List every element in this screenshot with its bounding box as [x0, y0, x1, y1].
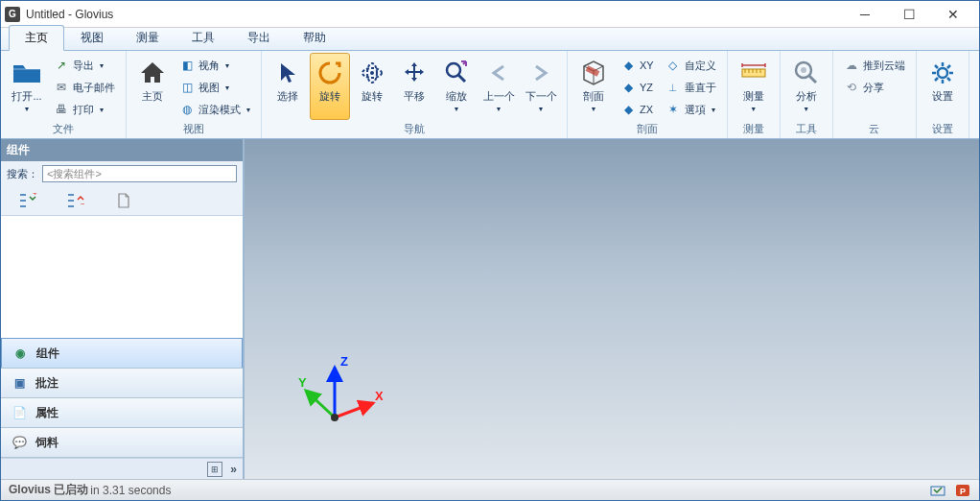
prev-icon: [483, 58, 514, 88]
tree-toolbar: + −: [1, 186, 243, 215]
custom-icon: ◇: [665, 58, 681, 73]
menu-bar: 主页视图测量工具导出帮助: [1, 28, 979, 51]
push-cloud-icon: ☁: [844, 58, 859, 73]
pan-icon: [399, 58, 430, 88]
section-icon: [578, 58, 609, 88]
nav-tab-properties[interactable]: 📄属性: [1, 397, 243, 428]
section-button[interactable]: 剖面▼: [573, 53, 614, 120]
view-angle-button[interactable]: ◧视角: [175, 55, 255, 76]
nav-tab-annotations[interactable]: ▣批注: [1, 368, 243, 398]
nav-tab-components[interactable]: ◉组件: [1, 338, 243, 369]
measure-label: 测量▼: [743, 90, 764, 115]
home-button[interactable]: 主页: [132, 53, 173, 120]
open-button[interactable]: 打开...▼: [7, 53, 47, 120]
export-icon: ↗: [54, 58, 69, 73]
print-button[interactable]: 🖶打印: [49, 99, 120, 120]
group-label-2: 导航: [404, 122, 425, 138]
document-icon[interactable]: [114, 192, 133, 209]
ribbon-group-4: 测量▼测量: [728, 51, 781, 138]
ribbon-group-2: 选择旋转旋转平移缩放▼上一个▼下一个▼导航: [262, 51, 568, 138]
menu-tab-4[interactable]: 导出: [231, 25, 287, 50]
group-label-6: 云: [869, 122, 879, 138]
minimize-button[interactable]: ─: [843, 1, 887, 28]
xy-button[interactable]: ◆XY: [616, 55, 659, 76]
yz-label: YZ: [640, 82, 653, 93]
menu-tab-2[interactable]: 测量: [120, 25, 175, 50]
zx-label: ZX: [640, 104, 653, 115]
select-icon: [272, 58, 303, 88]
section-label: 剖面▼: [583, 90, 604, 115]
svg-text:Z: Z: [340, 354, 348, 369]
spin-label: 旋转: [319, 90, 340, 102]
perp-button[interactable]: ⟂垂直于: [661, 77, 721, 98]
print-icon: 🖶: [54, 102, 69, 117]
search-input[interactable]: [42, 165, 237, 182]
spin-icon: [315, 58, 345, 88]
group-label-3: 剖面: [637, 122, 658, 138]
select-button[interactable]: 选择: [268, 53, 308, 120]
share-label: 分享: [863, 81, 884, 95]
expand-all-icon[interactable]: +: [18, 192, 37, 209]
measure-icon: [738, 58, 769, 88]
pan-label: 平移: [404, 90, 425, 102]
svg-text:−: −: [81, 200, 85, 208]
viewport-3d[interactable]: Z X Y: [245, 139, 979, 479]
panel-header: 组件: [1, 139, 243, 161]
next-button[interactable]: 下一个▼: [521, 53, 561, 120]
share-icon: ⟲: [844, 80, 859, 95]
zx-button[interactable]: ◆ZX: [616, 99, 659, 120]
footer-config-icon[interactable]: ⊞: [207, 462, 222, 477]
perp-icon: ⟂: [665, 80, 681, 95]
axis-triad: Z X Y: [296, 350, 383, 437]
menu-tab-1[interactable]: 视图: [64, 25, 120, 50]
open-label: 打开...▼: [12, 90, 41, 115]
next-icon: [525, 58, 556, 88]
svg-text:P: P: [960, 487, 966, 496]
close-button[interactable]: ✕: [931, 1, 975, 28]
search-label: 搜索：: [7, 167, 38, 181]
views-button[interactable]: ◫视图: [175, 77, 255, 98]
print-label: 打印: [73, 103, 94, 117]
maximize-button[interactable]: ☐: [887, 1, 931, 28]
annotations-label: 批注: [35, 375, 58, 392]
email-icon: ✉: [54, 80, 69, 95]
ribbon-group-7: 设置设置: [917, 51, 969, 138]
analyze-icon: [791, 58, 822, 88]
analyze-button[interactable]: 分析▼: [786, 53, 827, 120]
push-cloud-button[interactable]: ☁推到云端: [839, 55, 910, 76]
next-label: 下一个▼: [525, 90, 557, 115]
zoom-button[interactable]: 缩放▼: [436, 53, 477, 120]
menu-tab-5[interactable]: 帮助: [287, 25, 342, 50]
ribbon-group-5: 分析▼工具: [781, 51, 833, 138]
pan-button[interactable]: 平移: [394, 53, 434, 120]
prev-button[interactable]: 上一个▼: [478, 53, 519, 120]
menu-tab-3[interactable]: 工具: [175, 25, 231, 50]
view-angle-label: 视角: [198, 59, 220, 73]
ribbon-group-0: 打开...▼↗导出✉电子邮件🖶打印文件: [1, 51, 127, 138]
settings-button[interactable]: 设置: [922, 53, 963, 120]
svg-point-7: [938, 68, 947, 78]
status-icon-1[interactable]: [929, 483, 946, 498]
collapse-all-icon[interactable]: −: [66, 192, 85, 209]
email-button[interactable]: ✉电子邮件: [49, 77, 120, 98]
nav-tab-feed[interactable]: 💬饲料: [1, 427, 243, 458]
home-icon: [137, 58, 168, 88]
custom-button[interactable]: ◇自定义: [661, 55, 721, 76]
yz-button[interactable]: ◆YZ: [616, 77, 659, 98]
share-button[interactable]: ⟲分享: [839, 77, 910, 98]
sec-opt-icon: ✶: [665, 102, 681, 117]
render-mode-button[interactable]: ◍渲染模式: [175, 99, 255, 120]
rotate-icon: [357, 58, 387, 88]
export-button[interactable]: ↗导出: [49, 55, 120, 76]
components-label: 组件: [36, 346, 59, 362]
menu-tab-0[interactable]: 主页: [9, 25, 64, 51]
sec-opt-button[interactable]: ✶選項: [661, 99, 721, 120]
status-text-suffix: in 3.31 seconds: [90, 484, 171, 497]
ribbon: 打开...▼↗导出✉电子邮件🖶打印文件主页◧视角◫视图◍渲染模式视图选择旋转旋转…: [1, 51, 979, 139]
rotate-button[interactable]: 旋转: [352, 53, 392, 120]
measure-button[interactable]: 测量▼: [734, 53, 774, 120]
open-icon: [12, 58, 42, 88]
status-icon-2[interactable]: P: [954, 483, 971, 498]
spin-button[interactable]: 旋转: [310, 53, 350, 120]
footer-collapse-icon[interactable]: »: [230, 463, 237, 476]
